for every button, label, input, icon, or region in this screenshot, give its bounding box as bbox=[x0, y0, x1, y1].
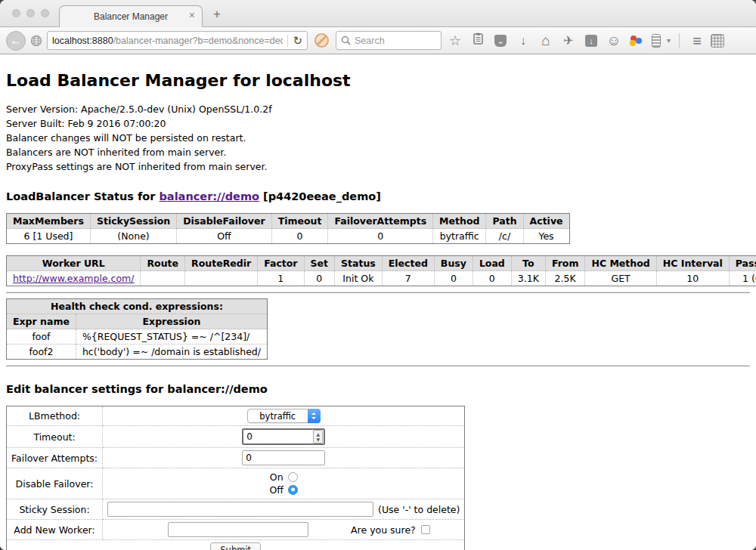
browser-window: Balancer Manager × + ← localhost:8880/ba… bbox=[0, 0, 756, 550]
page-title: Load Balancer Manager for localhost bbox=[6, 71, 750, 90]
radio-off-checked[interactable] bbox=[288, 485, 298, 495]
timeout-input[interactable] bbox=[243, 430, 313, 443]
url-host: localhost:8880 bbox=[52, 36, 113, 46]
col-expression: Expression bbox=[76, 314, 267, 329]
sticky-session-label: Sticky Session: bbox=[7, 499, 103, 520]
tab-balancer-manager[interactable]: Balancer Manager × bbox=[59, 5, 203, 27]
tab-title: Balancer Manager bbox=[94, 11, 168, 22]
cell-factor: 1 bbox=[258, 271, 304, 286]
col-routeredir: RouteRedir bbox=[185, 256, 258, 271]
traffic-lights bbox=[12, 9, 49, 17]
lbmethod-row: LBmethod: bytraffic bbox=[7, 406, 465, 426]
extension-download-icon[interactable]: ↓ bbox=[585, 35, 597, 47]
cell-disablefailover: Off bbox=[177, 229, 271, 244]
toolbar-separator bbox=[679, 33, 680, 48]
url-path: /balancer-manager?b=demo&nonce=decc37be-… bbox=[113, 36, 284, 46]
server-version-line: Server Version: Apache/2.5.0-dev (Unix) … bbox=[6, 102, 750, 116]
sticky-session-input[interactable] bbox=[107, 502, 373, 517]
zoom-window-button[interactable] bbox=[41, 9, 49, 17]
cell-timeout: 0 bbox=[271, 229, 328, 244]
edit-settings-heading: Edit balancer settings for balancer://de… bbox=[6, 383, 750, 395]
downloads-icon[interactable]: ↓ bbox=[514, 33, 532, 48]
submit-cell: Submit bbox=[7, 540, 465, 550]
url-bar[interactable]: localhost:8880/balancer-manager?b=demo&n… bbox=[47, 31, 308, 50]
chat-smiley-icon[interactable]: ☺ bbox=[605, 33, 623, 48]
col-hc-interval: HC Interval bbox=[656, 256, 729, 271]
extension-dropdown-caret-icon[interactable]: ▾ bbox=[667, 36, 671, 45]
reload-icon[interactable]: ↻ bbox=[293, 34, 302, 48]
col-set: Set bbox=[304, 256, 334, 271]
col-passes: Passes bbox=[729, 256, 756, 271]
col-load: Load bbox=[472, 256, 511, 271]
bookmark-star-icon[interactable]: ☆ bbox=[446, 33, 464, 48]
battery-extension-icon[interactable] bbox=[652, 34, 661, 48]
colored-dots-extension-icon[interactable] bbox=[630, 35, 643, 47]
reading-list-icon[interactable] bbox=[469, 32, 487, 48]
content-blocker-icon[interactable] bbox=[314, 33, 329, 48]
cell-status: Init Ok bbox=[335, 271, 383, 286]
worker-url-link[interactable]: http://www.example.com/ bbox=[13, 273, 134, 284]
add-worker-label: Add New Worker: bbox=[7, 520, 103, 540]
col-elected: Elected bbox=[382, 256, 434, 271]
col-factor: Factor bbox=[258, 256, 304, 271]
navigation-toolbar: ← localhost:8880/balancer-manager?b=demo… bbox=[0, 27, 756, 54]
timeout-label: Timeout: bbox=[7, 426, 103, 448]
col-status: Status bbox=[335, 256, 383, 271]
table-header-row: Worker URL Route RouteRedir Factor Set S… bbox=[7, 256, 756, 271]
balancer-demo-link[interactable]: balancer://demo bbox=[159, 190, 259, 202]
server-built-line: Server Built: Feb 9 2016 07:00:20 bbox=[6, 116, 750, 131]
cell-method: bytraffic bbox=[433, 229, 486, 244]
menu-hamburger-icon[interactable]: ≡ bbox=[688, 33, 706, 48]
sticky-session-note: (Use '-' to delete) bbox=[378, 504, 460, 515]
col-method: Method bbox=[433, 214, 486, 229]
send-tab-icon[interactable]: ✈ bbox=[559, 33, 578, 48]
lbmethod-selected-value: bytraffic bbox=[248, 411, 308, 422]
are-you-sure-checkbox[interactable] bbox=[421, 525, 430, 534]
add-worker-cell: Are you sure? bbox=[103, 520, 465, 540]
table-header-row: MaxMembers StickySession DisableFailover… bbox=[7, 214, 570, 229]
add-worker-row: Add New Worker: Are you sure? bbox=[7, 520, 465, 540]
tab-close-icon[interactable]: × bbox=[189, 10, 195, 20]
search-placeholder: Search bbox=[355, 36, 385, 46]
failover-attempts-cell bbox=[103, 448, 465, 468]
col-busy: Busy bbox=[434, 256, 472, 271]
radio-on-unchecked[interactable] bbox=[288, 472, 298, 482]
col-active: Active bbox=[523, 214, 569, 229]
minimize-window-button[interactable] bbox=[26, 9, 35, 17]
loadbalancer-status-heading: LoadBalancer Status for balancer://demo … bbox=[6, 190, 750, 202]
balancer-status-table: MaxMembers StickySession DisableFailover… bbox=[6, 213, 570, 244]
cell-busy: 0 bbox=[434, 271, 472, 286]
number-spinner-icon[interactable]: ▲▼ bbox=[313, 430, 323, 443]
section-divider bbox=[6, 365, 750, 366]
worker-row: http://www.example.com/ 1 0 Init Ok 7 0 … bbox=[7, 271, 756, 286]
submit-button[interactable]: Submit bbox=[210, 542, 261, 550]
site-identity-globe-icon[interactable] bbox=[30, 35, 42, 47]
radio-off-row: Off bbox=[107, 484, 460, 496]
health-title-row: Health check cond. expressions: bbox=[7, 299, 268, 314]
add-worker-input[interactable] bbox=[168, 522, 308, 537]
col-from: From bbox=[545, 256, 585, 271]
back-button[interactable]: ← bbox=[6, 31, 26, 51]
failover-attempts-input[interactable] bbox=[242, 450, 325, 465]
tiles-extension-icon[interactable] bbox=[711, 34, 724, 48]
submit-row: Submit bbox=[7, 540, 465, 550]
health-check-table: Health check cond. expressions: Expr nam… bbox=[6, 298, 268, 360]
sticky-session-cell: (Use '-' to delete) bbox=[103, 499, 465, 520]
home-icon[interactable]: ⌂ bbox=[537, 33, 555, 48]
status-heading-prefix: LoadBalancer Status for bbox=[6, 190, 159, 202]
are-you-sure-label: Are you sure? bbox=[351, 524, 416, 536]
new-tab-button[interactable]: + bbox=[213, 7, 221, 22]
pocket-icon[interactable]: ⌄ bbox=[494, 35, 507, 47]
health-row: foof2 hc('body') =~ /domain is establish… bbox=[7, 345, 268, 360]
search-icon bbox=[341, 36, 351, 45]
cell-hc-interval: 10 bbox=[656, 271, 729, 286]
lbmethod-select[interactable]: bytraffic bbox=[247, 409, 321, 423]
proxypass-note-line: ProxyPass settings are NOT inherited fro… bbox=[6, 159, 750, 174]
health-table-title: Health check cond. expressions: bbox=[7, 299, 268, 314]
search-bar[interactable]: Search bbox=[336, 31, 442, 50]
cell-failoverattempts: 0 bbox=[328, 229, 433, 244]
col-worker-url: Worker URL bbox=[7, 256, 141, 271]
status-heading-suffix: [p4420eeae_demo] bbox=[259, 190, 381, 202]
close-window-button[interactable] bbox=[12, 9, 20, 17]
col-maxmembers: MaxMembers bbox=[7, 214, 91, 229]
